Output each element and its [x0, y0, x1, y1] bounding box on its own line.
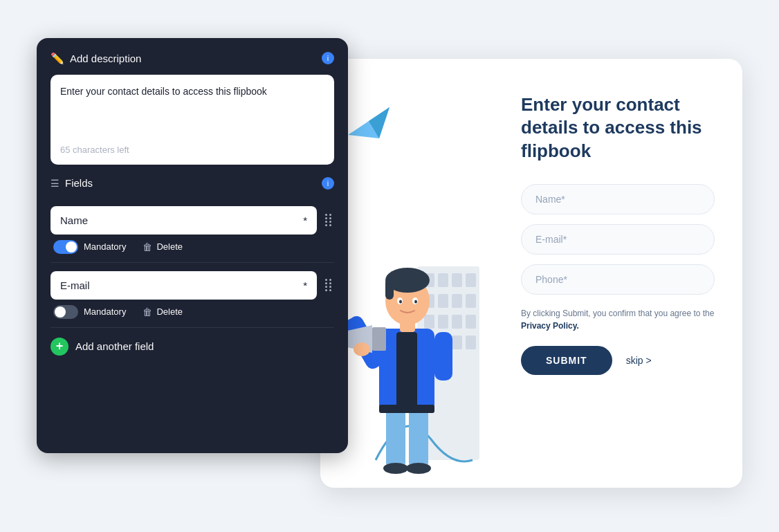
name-mandatory-section: Mandatory	[53, 240, 126, 254]
field-item-email: E-mail * Mandatory 🗑	[51, 271, 334, 319]
email-delete-label: Delete	[156, 306, 183, 317]
svg-point-39	[399, 300, 402, 303]
name-field-label: Name	[60, 214, 88, 226]
svg-rect-7	[466, 273, 476, 287]
name-field-input[interactable]: Name *	[51, 206, 317, 235]
submit-button[interactable]: SUBMIT	[521, 346, 612, 375]
svg-rect-10	[452, 294, 462, 308]
add-field-icon: +	[51, 338, 68, 356]
description-box[interactable]: Enter your contact details to access thi…	[51, 75, 334, 165]
svg-rect-30	[372, 327, 386, 351]
phone-input[interactable]	[521, 264, 715, 295]
name-delete-icon: 🗑	[143, 241, 152, 253]
panel-header: ✏️ Add description i	[51, 52, 334, 65]
name-drag-handle[interactable]	[322, 211, 334, 229]
person-illustration	[334, 197, 493, 488]
form-footer: SUBMIT skip >	[521, 346, 715, 375]
fields-icon: ☰	[51, 178, 59, 189]
email-mandatory-label: Mandatory	[84, 306, 126, 317]
email-mandatory-section: Mandatory	[53, 305, 126, 319]
name-field-actions: Mandatory 🗑 Delete	[51, 240, 334, 254]
info-icon[interactable]: i	[322, 52, 334, 64]
svg-rect-12	[424, 315, 434, 329]
svg-rect-5	[438, 273, 448, 287]
svg-rect-11	[466, 294, 476, 308]
svg-rect-36	[385, 279, 394, 300]
svg-point-32	[354, 342, 370, 356]
svg-rect-9	[438, 294, 448, 308]
name-field-asterisk: *	[303, 214, 307, 226]
email-mandatory-toggle[interactable]	[53, 305, 78, 319]
form-title: Enter your contact details to access thi…	[521, 93, 715, 163]
right-panel: Enter your contact details to access thi…	[320, 59, 742, 488]
svg-rect-14	[452, 315, 462, 329]
email-input[interactable]	[521, 224, 715, 255]
paper-plane	[348, 100, 390, 141]
svg-point-40	[414, 300, 417, 303]
email-field-asterisk: *	[303, 279, 307, 291]
svg-rect-20	[386, 405, 405, 467]
email-field-actions: Mandatory 🗑 Delete	[51, 305, 334, 319]
svg-rect-19	[466, 336, 476, 349]
svg-rect-13	[438, 315, 448, 329]
left-panel: ✏️ Add description i Enter your contact …	[37, 38, 348, 453]
svg-rect-6	[452, 273, 462, 287]
fields-title: Fields	[65, 177, 93, 189]
name-mandatory-toggle[interactable]	[53, 240, 78, 254]
field-item-name: Name * Mandatory 🗑	[51, 206, 334, 254]
email-delete-section[interactable]: 🗑 Delete	[143, 306, 183, 318]
name-delete-section[interactable]: 🗑 Delete	[143, 241, 183, 253]
svg-rect-18	[452, 336, 462, 349]
field-divider-1	[51, 262, 334, 263]
privacy-policy-link[interactable]: Privacy Policy.	[521, 321, 579, 331]
email-field-input[interactable]: E-mail *	[51, 271, 317, 300]
privacy-text: By clicking Submit, you confirm that you…	[521, 307, 715, 332]
name-delete-label: Delete	[156, 241, 183, 252]
field-divider-2	[51, 327, 334, 328]
form-area: Enter your contact details to access thi…	[500, 59, 742, 403]
add-field-label: Add another field	[75, 340, 154, 352]
pencil-icon: ✏️	[51, 52, 64, 65]
email-field-label: E-mail	[60, 279, 90, 291]
fields-header: ☰ Fields i	[51, 177, 334, 196]
name-input[interactable]	[521, 184, 715, 214]
svg-point-23	[406, 463, 431, 474]
fields-info-icon[interactable]: i	[322, 177, 334, 190]
email-drag-handle[interactable]	[322, 276, 334, 294]
svg-rect-28	[434, 332, 452, 380]
svg-rect-26	[396, 332, 417, 408]
chars-left: 65 characters left	[60, 145, 129, 155]
svg-rect-21	[409, 405, 428, 467]
svg-rect-15	[466, 315, 476, 329]
description-text: Enter your contact details to access thi…	[60, 84, 324, 99]
email-delete-icon: 🗑	[143, 306, 152, 318]
name-mandatory-label: Mandatory	[84, 241, 126, 252]
skip-link[interactable]: skip >	[626, 355, 652, 366]
add-field-button[interactable]: + Add another field	[51, 338, 334, 356]
svg-point-22	[383, 463, 408, 474]
panel-title: Add description	[70, 53, 141, 64]
